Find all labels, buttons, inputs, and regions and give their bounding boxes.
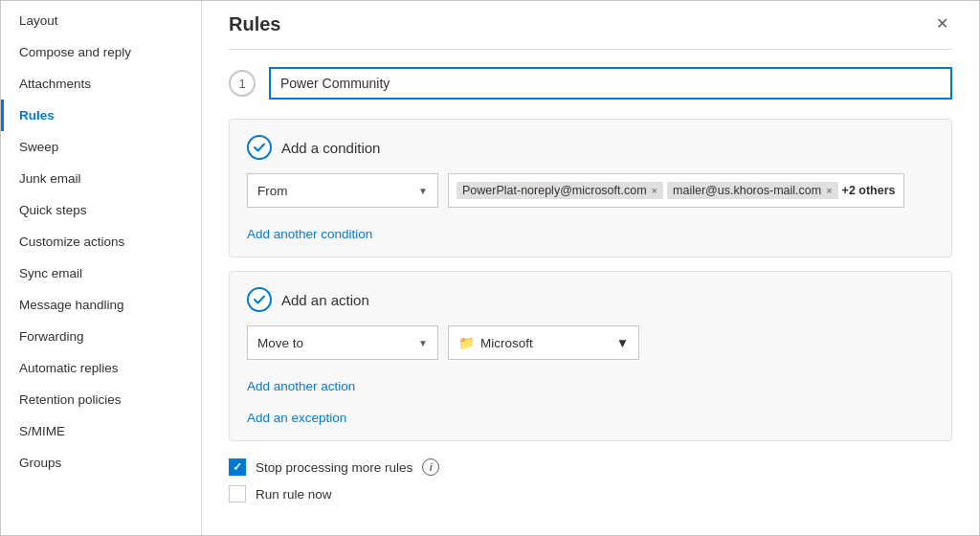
action-row: Move to ▼ 📁 Microsoft ▼ <box>247 325 934 360</box>
email-tag-1-remove[interactable]: × <box>652 185 657 196</box>
sidebar-item-quick-steps[interactable]: Quick steps <box>1 194 201 226</box>
stop-processing-label: Stop processing more rules <box>256 460 412 475</box>
check-icon <box>253 141 266 154</box>
email-tag-1-value: PowerPlat-noreply@microsoft.com <box>462 184 647 197</box>
condition-check-circle <box>247 135 272 160</box>
folder-name: Microsoft <box>480 336 611 350</box>
condition-dropdown-chevron: ▼ <box>418 186 428 196</box>
email-tag-2-remove[interactable]: × <box>826 185 832 196</box>
sidebar-item-smime[interactable]: S/MIME <box>1 415 201 447</box>
plus-others-label: +2 others <box>842 184 896 197</box>
close-button[interactable]: ✕ <box>932 12 952 35</box>
action-header: Add an action <box>247 287 934 312</box>
sidebar-item-compose-reply[interactable]: Compose and reply <box>1 36 201 68</box>
stop-processing-info-icon[interactable]: i <box>422 458 439 476</box>
modal-container: Layout Compose and reply Attachments Rul… <box>0 0 980 536</box>
main-header: Rules ✕ <box>229 1 952 50</box>
run-rule-row: Run rule now <box>229 485 952 502</box>
stop-processing-row: Stop processing more rules i <box>229 458 952 476</box>
sidebar-item-automatic-replies[interactable]: Automatic replies <box>1 352 201 384</box>
sidebar-item-forwarding[interactable]: Forwarding <box>1 321 201 352</box>
sidebar-item-retention-policies[interactable]: Retention policies <box>1 384 201 415</box>
condition-section: Add a condition From ▼ PowerPlat-noreply… <box>229 119 952 257</box>
action-dropdown-value: Move to <box>257 336 303 350</box>
stop-processing-checkbox[interactable] <box>229 458 246 476</box>
sidebar-item-groups[interactable]: Groups <box>1 447 201 479</box>
sidebar-item-sweep[interactable]: Sweep <box>1 131 201 163</box>
folder-dropdown[interactable]: 📁 Microsoft ▼ <box>448 325 639 360</box>
action-title: Add an action <box>281 292 369 308</box>
condition-title: Add a condition <box>281 140 380 156</box>
page-title: Rules <box>229 13 280 35</box>
email-tag-1: PowerPlat-noreply@microsoft.com × <box>457 182 663 199</box>
action-check-icon <box>253 293 266 306</box>
run-rule-checkbox[interactable] <box>229 485 246 502</box>
sidebar-item-attachments[interactable]: Attachments <box>1 68 201 100</box>
sidebar-item-rules[interactable]: Rules <box>1 100 201 131</box>
action-check-circle <box>247 287 272 312</box>
email-tag-2: mailer@us.khoros-mail.com × <box>667 182 838 199</box>
sidebar-item-layout[interactable]: Layout <box>1 5 201 36</box>
checkbox-section: Stop processing more rules i Run rule no… <box>229 458 952 502</box>
run-rule-label: Run rule now <box>256 487 332 502</box>
condition-header: Add a condition <box>247 135 934 160</box>
rule-name-input[interactable] <box>269 67 952 100</box>
condition-dropdown-value: From <box>257 184 288 198</box>
condition-row: From ▼ PowerPlat-noreply@microsoft.com ×… <box>247 173 934 208</box>
email-tags-box[interactable]: PowerPlat-noreply@microsoft.com × mailer… <box>448 173 904 208</box>
add-exception-button[interactable]: Add an exception <box>247 411 346 425</box>
email-tag-2-value: mailer@us.khoros-mail.com <box>673 184 821 197</box>
sidebar: Layout Compose and reply Attachments Rul… <box>1 1 202 535</box>
sidebar-item-junk-email[interactable]: Junk email <box>1 163 201 194</box>
folder-dropdown-chevron: ▼ <box>616 336 629 350</box>
main-content: Rules ✕ 1 Add a condition From ▼ <box>202 1 979 535</box>
action-dropdown-chevron: ▼ <box>418 338 428 348</box>
folder-icon: 📁 <box>458 335 475 350</box>
sidebar-item-sync-email[interactable]: Sync email <box>1 257 201 289</box>
step-number: 1 <box>229 70 256 97</box>
add-another-condition-button[interactable]: Add another condition <box>247 227 372 241</box>
sidebar-item-message-handling[interactable]: Message handling <box>1 289 201 321</box>
rule-name-row: 1 <box>229 67 952 100</box>
condition-dropdown[interactable]: From ▼ <box>247 173 438 208</box>
action-dropdown[interactable]: Move to ▼ <box>247 325 438 360</box>
add-another-action-button[interactable]: Add another action <box>247 379 355 393</box>
action-section: Add an action Move to ▼ 📁 Microsoft ▼ Ad… <box>229 271 952 441</box>
sidebar-item-customize-actions[interactable]: Customize actions <box>1 226 201 257</box>
